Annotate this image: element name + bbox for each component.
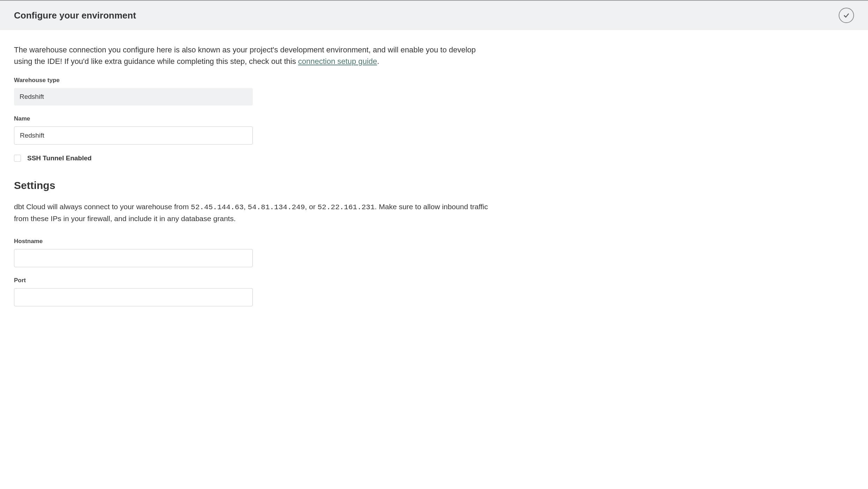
intro-text-after: .	[377, 57, 379, 66]
name-label: Name	[14, 115, 854, 122]
ip-sep-1: ,	[244, 203, 248, 211]
warehouse-type-field: Warehouse type Redshift	[14, 77, 854, 105]
warehouse-type-select[interactable]: Redshift	[14, 88, 253, 105]
ip-address-2: 54.81.134.249	[248, 203, 305, 211]
connection-setup-guide-link[interactable]: connection setup guide	[298, 57, 377, 66]
intro-paragraph: The warehouse connection you configure h…	[14, 44, 485, 67]
ssh-tunnel-label: SSH Tunnel Enabled	[27, 154, 91, 162]
ssh-tunnel-row: SSH Tunnel Enabled	[14, 154, 854, 162]
port-label: Port	[14, 277, 854, 284]
port-input[interactable]	[14, 288, 253, 306]
ip-address-1: 52.45.144.63	[191, 203, 244, 211]
ssh-tunnel-checkbox[interactable]	[14, 155, 21, 162]
ip-address-3: 52.22.161.231	[318, 203, 375, 211]
intro-text-before: The warehouse connection you configure h…	[14, 45, 476, 66]
warehouse-type-label: Warehouse type	[14, 77, 854, 84]
hostname-input[interactable]	[14, 249, 253, 267]
hostname-field: Hostname	[14, 238, 854, 267]
hostname-label: Hostname	[14, 238, 854, 245]
name-field: Name	[14, 115, 854, 145]
ip-sep-2: , or	[305, 203, 317, 211]
page-title: Configure your environment	[14, 10, 136, 21]
confirm-button[interactable]	[839, 8, 854, 23]
port-field: Port	[14, 277, 854, 306]
content-area: The warehouse connection you configure h…	[0, 30, 868, 330]
settings-paragraph: dbt Cloud will always connect to your wa…	[14, 201, 489, 224]
settings-heading: Settings	[14, 180, 854, 191]
check-icon	[843, 12, 850, 19]
settings-text-before: dbt Cloud will always connect to your wa…	[14, 203, 191, 211]
name-input[interactable]	[14, 126, 253, 145]
header-bar: Configure your environment	[0, 0, 868, 30]
